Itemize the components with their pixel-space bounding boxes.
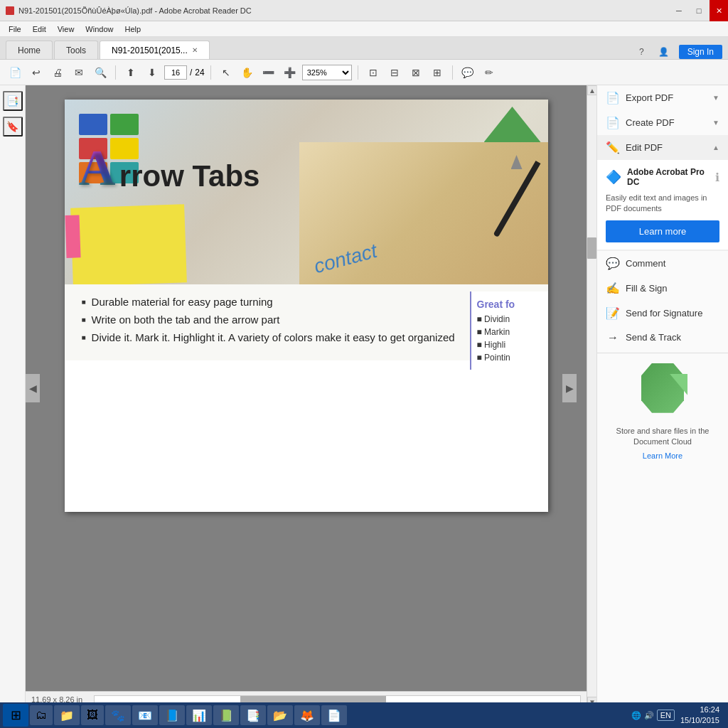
taskbar-app-powerpoint[interactable]: 📊 (186, 705, 212, 725)
toolbar-separator-2 (210, 65, 211, 80)
open-button[interactable]: ↩ (27, 63, 46, 82)
pdf-page: A rrow Tabs contact (65, 100, 548, 512)
doc-cloud-graphic (634, 363, 691, 420)
learn-more-button[interactable]: Learn more (606, 220, 719, 242)
send-track-label: Send & Track (626, 332, 719, 343)
taskbar-app-antivirus[interactable]: 🐾 (105, 705, 131, 725)
menu-view[interactable]: View (52, 23, 80, 35)
tab-tools[interactable]: Tools (54, 41, 98, 59)
word-icon: 📘 (165, 709, 179, 722)
files-icon: 📁 (60, 709, 74, 722)
menu-file[interactable]: File (3, 23, 27, 35)
sidebar-item-export-pdf[interactable]: 📄 Export PDF ▼ (597, 85, 728, 110)
tab-close-icon[interactable]: ✕ (192, 46, 198, 54)
sidebar-item-send-signature[interactable]: 📝 Send for Signature (597, 301, 728, 326)
zoom-select[interactable]: 325% 200% 150% 100% 75% 50% (302, 65, 352, 80)
menu-help[interactable]: Help (119, 23, 146, 35)
doc-cloud-learn-more-link[interactable]: Learn More (643, 451, 682, 460)
scroll-track (587, 259, 596, 697)
taskbar-app-excel[interactable]: 📗 (213, 705, 239, 725)
search-button[interactable]: 🔍 (91, 63, 109, 82)
draw-button[interactable]: ✏ (480, 63, 498, 82)
contact-text: contact (311, 240, 379, 278)
pdf-header-image: A rrow Tabs contact (65, 100, 548, 284)
print-button[interactable]: 🖨 (48, 63, 67, 82)
language-badge[interactable]: EN (657, 710, 675, 721)
sidebar-item-send-track[interactable]: → Send & Track (597, 326, 728, 350)
taskbar-app-word[interactable]: 📘 (159, 705, 185, 725)
next-page-button[interactable]: ⬇ (143, 63, 161, 82)
page-separator: / (190, 68, 192, 77)
prev-page-button[interactable]: ⬆ (122, 63, 140, 82)
right-col-bullets: ■ Dividin ■ Markin ■ Highli ■ Pointin (477, 314, 542, 363)
powerpoint-icon: 📊 (192, 709, 206, 722)
taskbar-app-files[interactable]: 📁 (54, 705, 80, 725)
scroll-up-arrow[interactable]: ▲ (587, 85, 597, 95)
edit-pdf-arrow-icon: ▲ (712, 144, 719, 151)
profile-button[interactable]: 👤 (654, 46, 673, 58)
bookmarks-button[interactable]: 🔖 (3, 117, 23, 136)
taskbar-clock: 16:24 15/10/2015 (680, 705, 719, 727)
cursor-tool-button[interactable]: ↖ (217, 63, 235, 82)
zoom-in-button[interactable]: ➕ (281, 63, 299, 82)
send-signature-label: Send for Signature (626, 308, 719, 318)
firefox-icon: 🦊 (300, 709, 314, 722)
comment-button[interactable]: 💬 (459, 63, 477, 82)
maximize-button[interactable]: □ (690, 0, 708, 21)
network-icon: 🌐 (631, 711, 641, 720)
minimize-button[interactable]: ─ (670, 0, 688, 21)
edit-pdf-section: ✏️ Edit PDF ▲ 🔷 Adobe Acrobat Pro DC ℹ E… (597, 135, 728, 251)
acrobat-title: Adobe Acrobat Pro DC (627, 167, 710, 187)
new-document-button[interactable]: 📄 (6, 63, 24, 82)
pdf-nav-left-button[interactable]: ◀ (26, 374, 40, 402)
taskbar-app-explorer[interactable]: 🗂 (30, 705, 53, 725)
sidebar-item-comment[interactable]: 💬 Comment (597, 251, 728, 276)
page-number-input[interactable] (164, 65, 187, 80)
start-button[interactable]: ⊞ (3, 704, 28, 727)
email-button[interactable]: ✉ (70, 63, 88, 82)
tab-home[interactable]: Home (6, 41, 53, 59)
taskbar-app-acrobat[interactable]: 📄 (321, 705, 347, 725)
taskbar-app-firefox[interactable]: 🦊 (294, 705, 320, 725)
explorer-icon: 🗂 (36, 709, 47, 722)
comment-icon: 💬 (606, 257, 620, 270)
title-bar: N91-201501(2015ÕñùÛéÀþø«Úla).pdf - Adobe… (0, 0, 728, 21)
page-thumbnail-button[interactable]: 📑 (3, 91, 23, 111)
publisher-icon: 📑 (246, 709, 260, 722)
toolbar-separator-3 (358, 65, 358, 80)
menu-edit[interactable]: Edit (27, 23, 52, 35)
acrobat-title-group: Adobe Acrobat Pro DC (627, 167, 710, 187)
taskbar-app-outlook[interactable]: 📧 (132, 705, 158, 725)
yellow-sticky (70, 204, 187, 284)
pdf-nav-right-button[interactable]: ▶ (562, 374, 577, 402)
help-button[interactable]: ? (635, 46, 648, 58)
menu-window[interactable]: Window (80, 23, 119, 35)
color-block-green (110, 114, 139, 135)
rotate-button[interactable]: ⊞ (428, 63, 446, 82)
tab-document[interactable]: N91-201501(2015... ✕ (100, 41, 210, 59)
taskbar-app-folder2[interactable]: 📂 (267, 705, 293, 725)
pen-icon (493, 161, 540, 237)
fit-height-button[interactable]: ⊠ (407, 63, 425, 82)
h-scroll-thumb[interactable] (240, 696, 386, 703)
sidebar-item-create-pdf[interactable]: 📄 Create PDF ▼ (597, 110, 728, 135)
sidebar-item-edit-pdf[interactable]: ✏️ Edit PDF ▲ (597, 135, 728, 160)
bullet-3: Divide it. Mark it. Highlight it. A vari… (82, 331, 531, 343)
taskbar-app-photos[interactable]: 🖼 (81, 705, 104, 725)
acrobat-info-icon[interactable]: ℹ (715, 171, 719, 184)
close-button[interactable]: ✕ (710, 0, 728, 21)
zoom-out-button[interactable]: ➖ (259, 63, 278, 82)
sidebar-item-fill-sign[interactable]: ✍ Fill & Sign (597, 276, 728, 301)
acrobat-taskbar-icon: 📄 (327, 709, 341, 722)
hand-tool-button[interactable]: ✋ (238, 63, 257, 82)
fit-width-button[interactable]: ⊟ (385, 63, 404, 82)
pink-tab (65, 215, 80, 258)
fit-page-button[interactable]: ⊡ (364, 63, 382, 82)
taskbar-app-publisher[interactable]: 📑 (240, 705, 266, 725)
system-tray: 🌐 🔊 EN (631, 710, 675, 721)
pdf-bullets: Durable material for easy page turning W… (82, 296, 531, 343)
taskbar-right: 🌐 🔊 EN 16:24 15/10/2015 (631, 705, 725, 727)
bullet-1: Durable material for easy page turning (82, 296, 531, 308)
sign-in-button[interactable]: Sign In (679, 45, 722, 59)
scroll-thumb[interactable] (587, 237, 596, 259)
